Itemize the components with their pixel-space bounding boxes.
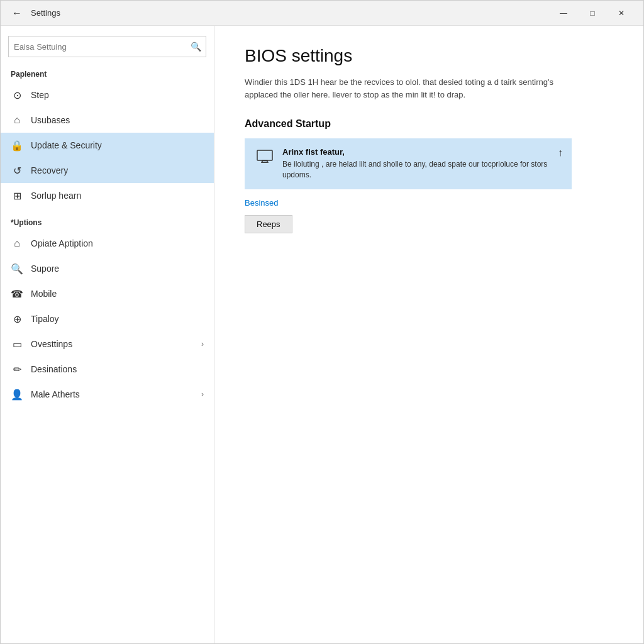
close-button[interactable]: ✕ bbox=[607, 1, 636, 26]
ovesttinps-chevron-icon: › bbox=[201, 340, 204, 348]
sidebar-item-usubases[interactable]: ⌂ Usubases bbox=[1, 108, 214, 133]
card-arrow-icon: ↑ bbox=[558, 147, 563, 158]
main-content: BIOS settings Windier this 1DS 1H hear b… bbox=[214, 26, 643, 643]
card-title: Arinx fist featur, bbox=[282, 147, 562, 157]
supore-icon: 🔍 bbox=[11, 262, 23, 275]
reeps-button[interactable]: Reeps bbox=[245, 215, 292, 233]
sidebar-item-step-label: Step bbox=[31, 90, 204, 100]
sidebar-item-sorlup-hearn[interactable]: ⊞ Sorlup hearn bbox=[1, 183, 214, 208]
sidebar-item-sorlup-label: Sorlup hearn bbox=[31, 191, 204, 201]
settings-window: ← Settings — □ ✕ 🔍 Paplenent ⊙ Step bbox=[0, 0, 644, 644]
titlebar: ← Settings — □ ✕ bbox=[1, 1, 643, 26]
sidebar-item-update-security-label: Update & Security bbox=[31, 140, 204, 150]
search-input[interactable] bbox=[8, 36, 206, 57]
card-description: Be iloluting , are helad lilt and sholle… bbox=[282, 159, 562, 180]
sidebar-item-recovery[interactable]: ↺ Recovery bbox=[1, 158, 214, 183]
sidebar-item-step[interactable]: ⊙ Step bbox=[1, 82, 214, 108]
desinations-icon: ✏ bbox=[11, 363, 23, 375]
sidebar-item-supore[interactable]: 🔍 Supore bbox=[1, 256, 214, 281]
window-title: Settings bbox=[31, 8, 549, 18]
window-controls: — □ ✕ bbox=[549, 1, 636, 26]
usubases-icon: ⌂ bbox=[11, 114, 23, 126]
advanced-startup-heading: Advanced Startup bbox=[245, 118, 613, 130]
sidebar-item-male-atherts-label: Male Atherts bbox=[31, 389, 194, 399]
back-button[interactable]: ← bbox=[8, 4, 26, 22]
male-atherts-icon: 👤 bbox=[11, 388, 23, 401]
sidebar-item-tipaloy-label: Tipaloy bbox=[31, 314, 204, 324]
content-area: 🔍 Paplenent ⊙ Step ⌂ Usubases 🔒 Update &… bbox=[1, 26, 643, 643]
section2-label: *Uptions bbox=[1, 208, 214, 231]
maximize-button[interactable]: □ bbox=[578, 1, 607, 26]
page-title: BIOS settings bbox=[245, 46, 613, 66]
sidebar-item-recovery-label: Recovery bbox=[31, 165, 204, 175]
sidebar-item-desinations[interactable]: ✏ Desinations bbox=[1, 357, 214, 382]
sidebar-item-mobile[interactable]: ☎ Mobile bbox=[1, 281, 214, 306]
sidebar-item-supore-label: Supore bbox=[31, 264, 204, 274]
sidebar-item-male-atherts[interactable]: 👤 Male Atherts › bbox=[1, 382, 214, 407]
update-security-icon: 🔒 bbox=[11, 139, 23, 152]
sidebar-item-desinations-label: Desinations bbox=[31, 364, 204, 374]
besinsed-link[interactable]: Besinsed bbox=[245, 198, 613, 208]
card-text: Arinx fist featur, Be iloluting , are he… bbox=[282, 147, 562, 180]
sidebar-item-usubases-label: Usubases bbox=[31, 115, 204, 125]
tipaloy-icon: ⊕ bbox=[11, 313, 23, 325]
main-description: Windier this 1DS 1H hear be the recvices… bbox=[245, 76, 572, 101]
opiate-icon: ⌂ bbox=[11, 237, 23, 250]
sidebar-item-opiate-label: Opiate Aptiption bbox=[31, 238, 204, 248]
sidebar-item-ovesttinps-label: Ovesttinps bbox=[31, 339, 194, 349]
mobile-icon: ☎ bbox=[11, 287, 23, 300]
male-atherts-chevron-icon: › bbox=[201, 390, 204, 399]
sidebar-item-update-security[interactable]: 🔒 Update & Security bbox=[1, 133, 214, 158]
sidebar-item-mobile-label: Mobile bbox=[31, 289, 204, 299]
svg-rect-0 bbox=[257, 150, 272, 160]
sidebar-item-ovesttinps[interactable]: ▭ Ovesttinps › bbox=[1, 331, 214, 357]
minimize-button[interactable]: — bbox=[549, 1, 578, 26]
sidebar-item-opiate[interactable]: ⌂ Opiate Aptiption bbox=[1, 231, 214, 256]
sidebar-item-tipaloy[interactable]: ⊕ Tipaloy bbox=[1, 306, 214, 331]
recovery-icon: ↺ bbox=[11, 164, 23, 177]
section1-label: Paplenent bbox=[1, 62, 214, 82]
sidebar: 🔍 Paplenent ⊙ Step ⌂ Usubases 🔒 Update &… bbox=[1, 26, 214, 643]
ovesttinps-icon: ▭ bbox=[11, 338, 23, 350]
card-icon bbox=[255, 147, 275, 167]
search-container: 🔍 bbox=[8, 36, 206, 57]
advanced-startup-card[interactable]: Arinx fist featur, Be iloluting , are he… bbox=[245, 138, 572, 189]
step-icon: ⊙ bbox=[11, 89, 23, 101]
sorlup-icon: ⊞ bbox=[11, 189, 23, 202]
